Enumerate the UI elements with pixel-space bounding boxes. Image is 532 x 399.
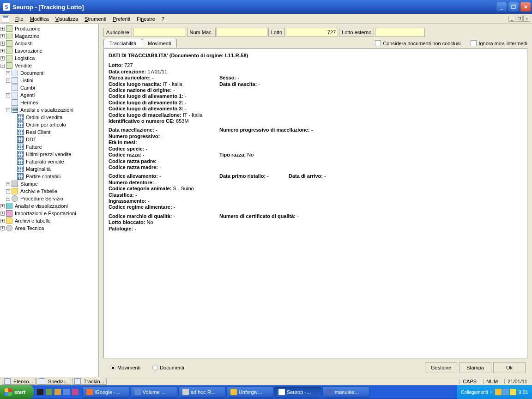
- mdi-close-button[interactable]: ×: [523, 16, 530, 22]
- ql-icon[interactable]: [71, 387, 79, 397]
- tab-movimenti[interactable]: Movimenti: [142, 39, 177, 48]
- tree-item-produzione[interactable]: Produzione: [14, 25, 42, 32]
- auricolare-input[interactable]: [133, 28, 186, 37]
- tree-item-fatture[interactable]: Fatture: [25, 144, 43, 150]
- tree-item-listini[interactable]: Listini: [19, 77, 34, 84]
- svg-rect-1: [3, 16, 8, 18]
- tree-item-ordini-vendita[interactable]: Ordini di vendita: [25, 114, 64, 121]
- tree-item-stampe[interactable]: Stampe: [19, 181, 39, 187]
- radio-documenti[interactable]: Documenti: [152, 365, 184, 370]
- ql-icon[interactable]: [45, 387, 53, 397]
- tree-item-partite[interactable]: Partite contabili: [25, 173, 61, 180]
- tree-item-marginalita[interactable]: Marginalità: [25, 166, 52, 172]
- tree-item-resi[interactable]: Resi Clienti: [25, 129, 53, 135]
- taskbar: start iGoogle -… Volume … ad hoc R… Unfo…: [0, 385, 532, 399]
- expand-icon[interactable]: +: [0, 204, 5, 208]
- ql-icon[interactable]: [54, 387, 62, 397]
- task-manuale[interactable]: manuale…: [322, 387, 369, 398]
- expand-icon[interactable]: +: [0, 49, 5, 53]
- expand-icon[interactable]: +: [0, 56, 5, 60]
- task-volume[interactable]: Volume …: [130, 387, 177, 398]
- start-button[interactable]: start: [0, 385, 34, 399]
- tree-item-ddt[interactable]: DDT: [25, 136, 37, 143]
- expand-icon[interactable]: +: [0, 34, 5, 38]
- menu-file[interactable]: File: [12, 15, 27, 23]
- expand-icon[interactable]: +: [6, 93, 10, 97]
- menu-preferiti[interactable]: Preferiti: [109, 15, 133, 23]
- mdi-tab-spedizi[interactable]: Spedizi...: [36, 378, 71, 385]
- task-adhoc[interactable]: ad hoc R…: [178, 387, 225, 398]
- tree-item-ultimi-prezzi[interactable]: Ultimi prezzi vendite: [25, 151, 72, 157]
- collapse-icon[interactable]: −: [6, 108, 10, 112]
- tree-item-procedure[interactable]: Procedure Servizio: [19, 195, 64, 202]
- minimize-button[interactable]: _: [496, 2, 507, 12]
- tab-tracciabilita[interactable]: Tracciabilità: [103, 39, 142, 48]
- mdi-tab-tracking[interactable]: Trackin...: [72, 378, 107, 385]
- considera-checkbox[interactable]: Considera documenti non conclusi: [375, 40, 460, 46]
- module-icon: [6, 48, 12, 54]
- menu-visualizza[interactable]: Visualizza: [52, 15, 81, 23]
- tree-item-documenti[interactable]: Documenti: [19, 70, 46, 76]
- tree-item-fatturato[interactable]: Fatturato vendite: [25, 158, 65, 165]
- tray-icon[interactable]: [495, 389, 502, 395]
- nummac-input[interactable]: [217, 28, 267, 37]
- expand-icon[interactable]: +: [0, 42, 5, 46]
- tray-expand-icon[interactable]: »: [490, 390, 493, 394]
- expand-icon[interactable]: +: [6, 182, 10, 186]
- tree-item-ordini-articolo[interactable]: Ordini per articolo: [25, 121, 67, 128]
- ok-button[interactable]: Ok: [493, 362, 526, 373]
- grid-icon: [17, 151, 24, 157]
- lotto-input[interactable]: [286, 28, 338, 37]
- close-button[interactable]: ✕: [520, 2, 531, 12]
- tree-item-area-tecnica[interactable]: Area Tecnica: [14, 225, 45, 231]
- stampa-button[interactable]: Stampa: [459, 362, 491, 373]
- maximize-button[interactable]: ❐: [508, 2, 519, 12]
- quick-launch: [34, 387, 82, 397]
- task-seurop[interactable]: Seurop -…: [274, 387, 321, 398]
- mdi-minimize-button[interactable]: _: [508, 16, 515, 22]
- expand-icon[interactable]: +: [0, 212, 5, 216]
- expand-icon[interactable]: +: [0, 226, 5, 230]
- tree-item-archivi2[interactable]: Archivi e tabelle: [14, 218, 52, 224]
- tray-icon[interactable]: [502, 389, 509, 395]
- expand-icon[interactable]: +: [6, 197, 10, 201]
- tree-item-analisi[interactable]: Analisi e visualizzazioni: [19, 107, 74, 113]
- tree-item-logistica[interactable]: Logistica: [14, 55, 36, 61]
- ql-icon[interactable]: [62, 387, 71, 397]
- mdi-tab-elenco[interactable]: Elenco...: [2, 378, 36, 385]
- collapse-icon[interactable]: −: [0, 64, 5, 68]
- tree-item-analisi2[interactable]: Analisi e visualizzazioni: [14, 203, 69, 209]
- tree-item-archivi[interactable]: Archivi e Tabelle: [19, 188, 58, 194]
- task-unforgiv[interactable]: Unforgiv…: [226, 387, 273, 398]
- lottoest-input[interactable]: [375, 28, 425, 37]
- tree-item-import-export[interactable]: Importazioni e Esportazioni: [14, 210, 77, 217]
- tree-item-acquisti[interactable]: Acquisti: [14, 40, 34, 47]
- tree-item-vendite[interactable]: Vendite: [14, 62, 33, 69]
- menu-finestre[interactable]: Finestre: [133, 15, 158, 23]
- expand-icon[interactable]: +: [6, 71, 10, 75]
- ignora-checkbox[interactable]: Ignora mov. intermedi: [471, 40, 527, 46]
- tree-item-agenti[interactable]: Agenti: [19, 92, 36, 98]
- tree-item-cambi[interactable]: Cambi: [19, 85, 36, 91]
- navigation-tree[interactable]: +Produzione +Magazzino +Acquisti +Lavora…: [0, 24, 99, 377]
- expand-icon[interactable]: +: [0, 27, 5, 31]
- task-igoogle[interactable]: iGoogle -…: [82, 387, 129, 398]
- expand-icon[interactable]: +: [6, 189, 10, 193]
- tree-item-magazzino[interactable]: Magazzino: [14, 33, 40, 39]
- tray-collegamenti[interactable]: Collegamenti: [461, 390, 488, 395]
- gestione-button[interactable]: Gestione: [425, 362, 457, 373]
- clock[interactable]: 9.01: [519, 389, 528, 395]
- menu-modifica[interactable]: Modifica: [27, 15, 52, 23]
- menu-strumenti[interactable]: Strumenti: [81, 15, 109, 23]
- svg-rect-8: [502, 389, 509, 395]
- svg-rect-5: [63, 389, 70, 395]
- radio-movimenti[interactable]: Movimenti: [110, 365, 140, 370]
- mdi-restore-button[interactable]: ❐: [516, 16, 523, 22]
- expand-icon[interactable]: +: [6, 79, 10, 83]
- tree-item-lavorazione[interactable]: Lavorazione: [14, 48, 43, 54]
- tree-item-hermes[interactable]: Hermes: [19, 99, 39, 106]
- ql-icon[interactable]: [36, 387, 44, 397]
- tray-icon[interactable]: [510, 389, 516, 395]
- menu-help[interactable]: ?: [158, 15, 168, 23]
- expand-icon[interactable]: +: [0, 219, 5, 223]
